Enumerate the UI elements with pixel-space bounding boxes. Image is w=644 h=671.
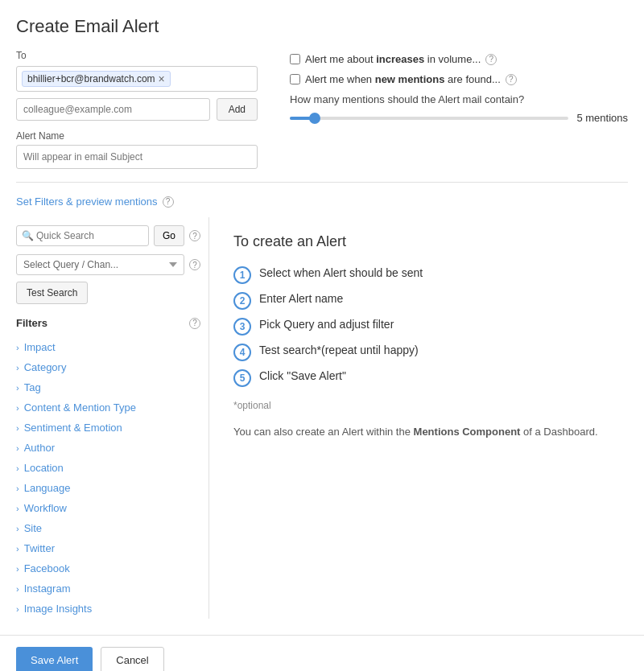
remove-email-tag[interactable]: × <box>159 73 165 84</box>
filter-item-label: Twitter <box>24 542 55 554</box>
filters-header: Filters ? <box>16 317 200 329</box>
step-number: 1 <box>233 266 251 284</box>
dashboard-note-suffix: of a Dashboard. <box>520 426 597 438</box>
dashboard-note-prefix: You can also create an Alert within the <box>233 426 414 438</box>
filter-item[interactable]: ›Content & Mention Type <box>16 397 200 418</box>
filter-item[interactable]: ›Workflow <box>16 498 200 518</box>
slider-value: 5 mentions <box>576 112 628 124</box>
dashboard-note-bold: Mentions Component <box>414 426 521 438</box>
set-filters-help-icon[interactable]: ? <box>163 196 174 208</box>
save-alert-button[interactable]: Save Alert <box>16 647 93 671</box>
filter-item-label: Author <box>24 442 55 454</box>
filter-item[interactable]: ›Twitter <box>16 538 200 558</box>
step-item: 2Enter Alert name <box>233 292 604 310</box>
filter-item-label: Instagram <box>24 582 71 595</box>
filter-chevron: › <box>16 363 19 373</box>
email-tag-text: bhillier+bcr@brandwatch.com <box>27 73 155 84</box>
mentions-count-label: How many mentions should the Alert mail … <box>290 93 628 105</box>
go-button[interactable]: Go <box>154 225 184 246</box>
slider-thumb[interactable] <box>309 113 320 124</box>
filters-title: Filters <box>16 317 47 329</box>
filter-item-label: Location <box>24 462 64 474</box>
query-select-row: Select Query / Chan... ? <box>16 254 200 275</box>
optional-note: *optional <box>233 400 604 411</box>
page-title: Create Email Alert <box>16 16 628 37</box>
cancel-button[interactable]: Cancel <box>101 647 163 671</box>
step-item: 1Select when Alert should be sent <box>233 266 604 284</box>
step-number: 3 <box>233 318 251 336</box>
filter-item-label: Tag <box>24 381 41 393</box>
add-email-button[interactable]: Add <box>217 98 258 121</box>
step-number: 5 <box>233 369 251 387</box>
filter-item[interactable]: ›Tag <box>16 377 200 397</box>
alert-name-input[interactable] <box>16 145 258 169</box>
filter-item[interactable]: ›Instagram <box>16 578 200 599</box>
filter-chevron: › <box>16 343 19 352</box>
filters-help-icon[interactable]: ? <box>189 318 200 329</box>
filter-item[interactable]: ›Category <box>16 357 200 377</box>
filter-item[interactable]: ›Language <box>16 478 200 498</box>
step-text: Click "Save Alert" <box>259 369 346 382</box>
step-number: 2 <box>233 292 251 310</box>
filter-chevron: › <box>16 484 19 493</box>
instructions-panel: To create an Alert 1Select when Alert sh… <box>209 217 628 619</box>
mentions-help-icon[interactable]: ? <box>506 74 517 85</box>
quick-search-wrapper: 🔍 <box>16 225 149 246</box>
page-footer: Save Alert Cancel <box>0 635 644 671</box>
filter-item[interactable]: ›Impact <box>16 337 200 357</box>
mentions-checkbox-row: Alert me when new mentions are found... … <box>290 73 628 85</box>
filter-panel: 🔍 Go ? Select Query / Chan... ? Test Sea… <box>16 217 209 619</box>
quick-search-input[interactable] <box>16 225 149 246</box>
dashboard-note: You can also create an Alert within the … <box>233 424 604 440</box>
filter-list: ›Impact›Category›Tag›Content & Mention T… <box>16 337 200 619</box>
instructions-title: To create an Alert <box>233 233 604 250</box>
filter-chevron: › <box>16 463 19 473</box>
search-help-icon[interactable]: ? <box>189 230 200 241</box>
filter-item[interactable]: ›Sentiment & Emotion <box>16 418 200 438</box>
step-text: Select when Alert should be sent <box>259 266 423 279</box>
filter-item[interactable]: ›Location <box>16 458 200 478</box>
query-help-icon[interactable]: ? <box>189 259 200 270</box>
filter-chevron: › <box>16 443 19 453</box>
filter-item[interactable]: ›Image Insights <box>16 599 200 619</box>
step-text: Test search*(repeat until happy) <box>259 344 419 356</box>
search-row: 🔍 Go ? <box>16 225 200 246</box>
filter-item[interactable]: ›Author <box>16 438 200 458</box>
increase-label-text: Alert me about increases in volume... <box>305 53 481 65</box>
filter-item-label: Image Insights <box>24 603 93 615</box>
filter-item-label: Category <box>24 361 67 373</box>
steps-list: 1Select when Alert should be sent2Enter … <box>233 266 604 387</box>
query-select[interactable]: Select Query / Chan... <box>16 254 184 275</box>
filter-item-label: Language <box>24 482 71 494</box>
filter-item-label: Site <box>24 522 42 534</box>
filter-item-label: Sentiment & Emotion <box>24 422 122 434</box>
filter-chevron: › <box>16 504 19 513</box>
to-label: To <box>16 50 258 61</box>
step-item: 4Test search*(repeat until happy) <box>233 344 604 361</box>
increase-help-icon[interactable]: ? <box>485 54 497 65</box>
alert-name-label: Alert Name <box>16 130 258 142</box>
filter-item[interactable]: ›Facebook <box>16 558 200 578</box>
step-item: 3Pick Query and adjust filter <box>233 318 604 336</box>
increase-checkbox[interactable] <box>290 54 300 64</box>
step-text: Enter Alert name <box>259 292 343 305</box>
mentions-label-text: Alert me when new mentions are found... <box>305 73 501 85</box>
mentions-checkbox[interactable] <box>290 74 300 84</box>
email-tags-container: bhillier+bcr@brandwatch.com × <box>16 66 258 92</box>
step-text: Pick Query and adjust filter <box>259 318 394 331</box>
test-search-button[interactable]: Test Search <box>16 282 88 304</box>
filter-item-label: Workflow <box>24 502 67 514</box>
mentions-slider-track[interactable] <box>290 117 568 120</box>
set-filters-label: Set Filters & preview mentions <box>16 196 158 208</box>
set-filters-link[interactable]: Set Filters & preview mentions ? <box>16 196 174 208</box>
step-item: 5Click "Save Alert" <box>233 369 604 387</box>
top-divider <box>16 182 628 183</box>
increase-checkbox-row: Alert me about increases in volume... ? <box>290 53 628 65</box>
step-number: 4 <box>233 344 251 361</box>
add-email-input[interactable] <box>16 98 210 121</box>
filter-item-label: Facebook <box>24 562 70 574</box>
filter-item[interactable]: ›Site <box>16 518 200 538</box>
filter-chevron: › <box>16 524 19 533</box>
filter-chevron: › <box>16 544 19 554</box>
search-icon: 🔍 <box>22 230 34 241</box>
